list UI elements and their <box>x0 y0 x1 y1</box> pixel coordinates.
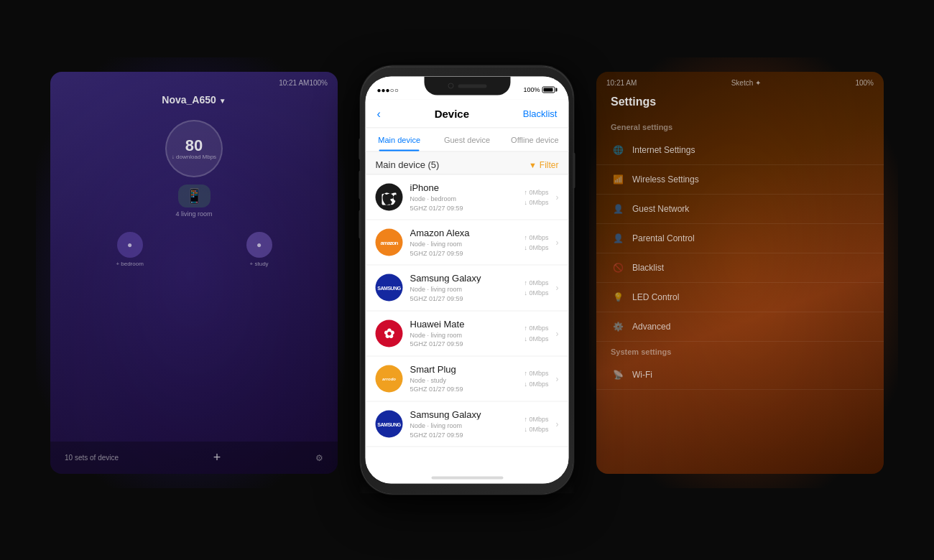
app-header: ‹ Device Blacklist <box>366 100 569 129</box>
device-name-huawei: Huawei Mate <box>410 318 517 329</box>
device-name-smartplug: Smart Plug <box>410 363 517 374</box>
device-avatar-samsung1: SAMSUNG <box>376 274 403 302</box>
battery-icon <box>542 86 558 93</box>
device-info-huawei: Huawei Mate Node · living room 5GHZ 01/2… <box>410 318 517 348</box>
bg-left-bottom-bar: 10 sets of device + ⚙ <box>50 442 338 474</box>
device-avatar-samsung2: SAMSUNG <box>376 411 403 438</box>
bg-node-study: ● + study <box>246 232 272 267</box>
device-info-iphone: iPhone Node · bedroom 5GHZ 01/27 09:59 <box>410 182 517 213</box>
tab-guest-device[interactable]: Guest device <box>433 129 501 151</box>
back-button[interactable]: ‹ <box>377 107 381 120</box>
device-avatar-huawei: ✿ <box>376 319 403 347</box>
chevron-icon: › <box>556 328 559 338</box>
bg-wireless-settings: 📶 Wireless Settings <box>596 165 884 195</box>
device-info-smartplug: Smart Plug Node · study 5GHZ 01/27 09:59 <box>410 363 517 393</box>
device-name-iphone: iPhone <box>410 182 517 193</box>
bg-parental-control: 👤 Parental Control <box>596 224 884 253</box>
device-info-samsung2: Samsung Galaxy Node · living room 5GHZ 0… <box>410 409 517 439</box>
tab-offline-device[interactable]: Offline device <box>501 129 568 151</box>
home-indicator <box>431 477 503 480</box>
device-speed-smartplug: ↑ 0Mbps ↓ 0Mbps <box>524 368 548 389</box>
status-icons: 100% <box>523 86 557 93</box>
bg-led-control: 💡 LED Control <box>596 283 884 312</box>
bg-speed-value: 80 <box>185 138 203 154</box>
device-avatar-iphone <box>376 184 403 211</box>
screen-content: ●●●○○ 100% ‹ Device Blacklist <box>366 77 569 484</box>
device-name-samsung1: Samsung Galaxy <box>410 273 517 284</box>
device-item-iphone[interactable]: iPhone Node · bedroom 5GHZ 01/27 09:59 ↑… <box>366 175 569 220</box>
bg-blacklist: 🚫 Blacklist <box>596 253 884 283</box>
blacklist-link[interactable]: Blacklist <box>523 108 558 119</box>
device-item-samsung2[interactable]: SAMSUNG Samsung Galaxy Node · living roo… <box>366 401 569 447</box>
device-meta-alexa: Node · living room 5GHZ 01/27 09:59 <box>410 240 517 258</box>
filter-icon: ▼ <box>529 160 537 169</box>
bg-node-bedroom: ● + bedroom <box>116 232 143 267</box>
device-info-alexa: Amazon Alexa Node · living room 5GHZ 01/… <box>410 228 517 258</box>
phone-screen: ●●●○○ 100% ‹ Device Blacklist <box>366 77 569 484</box>
bg-settings-title: Settings <box>596 91 884 117</box>
device-item-alexa[interactable]: amazon Amazon Alexa Node · living room 5… <box>366 220 569 266</box>
status-time: ●●●○○ <box>377 85 399 93</box>
device-speed-samsung1: ↑ 0Mbps ↓ 0Mbps <box>524 278 548 299</box>
device-count: Main device (5) <box>376 159 440 170</box>
bg-wifi-item: 📡 Wi-Fi <box>596 360 884 390</box>
bg-advanced: ⚙️ Advanced <box>596 312 884 342</box>
phone-mute-button <box>359 139 361 160</box>
phone-power-button <box>573 153 575 189</box>
device-meta-huawei: Node · living room 5GHZ 01/27 09:59 <box>410 330 517 348</box>
device-list: iPhone Node · bedroom 5GHZ 01/27 09:59 ↑… <box>366 175 569 484</box>
bg-right-battery: 100% <box>855 79 874 87</box>
bg-system-section: System settings <box>596 342 884 360</box>
bg-guest-network: 👤 Guest Network <box>596 195 884 224</box>
tab-main-device[interactable]: Main device <box>366 129 433 151</box>
phone-camera <box>448 83 453 89</box>
bg-right-time: 10:21 AM <box>606 79 637 87</box>
chevron-icon: › <box>556 283 559 293</box>
bg-internet-settings: 🌐 Internet Settings <box>596 136 884 165</box>
apple-logo-icon <box>382 190 397 205</box>
phone-notch <box>424 77 510 95</box>
app-title: Device <box>435 108 469 120</box>
device-meta-iphone: Node · bedroom 5GHZ 01/27 09:59 <box>410 195 517 213</box>
chevron-icon: › <box>556 238 559 248</box>
device-item-smartplug[interactable]: arrodo Smart Plug Node · study 5GHZ 01/2… <box>366 356 569 401</box>
device-name-alexa: Amazon Alexa <box>410 228 517 238</box>
phone-speaker <box>458 84 486 88</box>
bg-left-router-name: Nova_A650 ▼ <box>50 91 338 113</box>
device-speed-samsung2: ↑ 0Mbps ↓ 0Mbps <box>524 414 548 434</box>
bg-right-app: Sketch ✦ <box>731 79 761 87</box>
device-list-header: Main device (5) ▼ Filter <box>366 152 569 175</box>
bg-nodes-area: ● + bedroom ● + study <box>50 218 338 281</box>
chevron-icon: › <box>556 419 559 429</box>
device-name-samsung2: Samsung Galaxy <box>410 409 517 419</box>
device-speed-iphone: ↑ 0Mbps ↓ 0Mbps <box>524 187 548 207</box>
device-avatar-alexa: amazon <box>376 229 403 256</box>
phone-frame: ●●●○○ 100% ‹ Device Blacklist <box>361 67 573 494</box>
bg-left-screen: 10:21 AM 100% Nova_A650 ▼ 80 ↓ download … <box>50 72 338 474</box>
chevron-icon: › <box>556 192 559 202</box>
tabs-bar: Main device Guest device Offline device <box>366 129 569 152</box>
device-meta-samsung2: Node · living room 5GHZ 01/27 09:59 <box>410 421 517 439</box>
bg-left-time: 10:21 AM <box>279 79 309 87</box>
bg-node-label: 4 living room <box>50 210 338 218</box>
device-speed-alexa: ↑ 0Mbps ↓ 0Mbps <box>524 232 548 253</box>
bg-general-section: General settings <box>596 117 884 136</box>
device-meta-samsung1: Node · living room 5GHZ 01/27 09:59 <box>410 285 517 303</box>
bg-left-battery: 100% <box>309 79 328 87</box>
chevron-icon: › <box>556 373 559 383</box>
device-info-samsung1: Samsung Galaxy Node · living room 5GHZ 0… <box>410 273 517 303</box>
device-item-huawei[interactable]: ✿ Huawei Mate Node · living room 5GHZ 01… <box>366 311 569 356</box>
bg-speed-label: ↓ download Mbps <box>172 154 216 160</box>
device-meta-smartplug: Node · study 5GHZ 01/27 09:59 <box>410 375 517 393</box>
bg-speed-circle: 80 ↓ download Mbps <box>165 120 223 177</box>
wifi-status-icon: 100% <box>523 86 540 93</box>
phone-vol-up-button <box>359 171 361 200</box>
device-item-samsung1[interactable]: SAMSUNG Samsung Galaxy Node · living roo… <box>366 266 569 311</box>
device-avatar-smartplug: arrodo <box>376 365 403 392</box>
bg-right-screen: 10:21 AM Sketch ✦ 100% Settings General … <box>596 72 884 474</box>
device-speed-huawei: ↑ 0Mbps ↓ 0Mbps <box>524 323 548 344</box>
phone-vol-down-button <box>359 210 361 239</box>
filter-button[interactable]: ▼ Filter <box>529 159 559 169</box>
